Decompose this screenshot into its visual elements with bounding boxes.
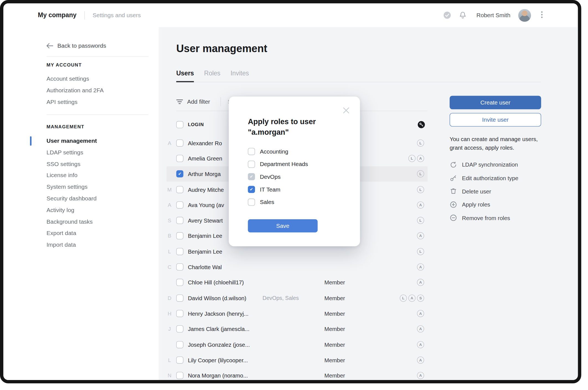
badge-l: L [417,217,424,224]
row-badges: A [417,232,424,239]
create-user-button[interactable]: Create user [450,96,541,109]
row-checkbox[interactable] [176,202,184,209]
table-row[interactable]: HHenry Jackson (henryj...MemberA [166,306,427,321]
table-row[interactable]: JJames Clark (jamescla...MemberA [166,321,427,337]
sidebar-item-import-data[interactable]: Import data [3,239,159,251]
user-role: Member [324,372,345,379]
modal-role-item[interactable]: Sales [248,196,308,208]
user-roles-list: DevOps, Sales [262,295,299,301]
action-label: LDAP synchronization [462,162,518,168]
table-row[interactable]: NNora Morgan (noramo...MemberA [166,368,427,383]
back-to-passwords-link[interactable]: Back to passwords [47,42,106,49]
row-checkbox[interactable] [176,294,184,302]
row-checkbox[interactable] [176,341,184,348]
sidebar-item-ldap-settings[interactable]: LDAP settings [3,147,159,158]
status-check-icon[interactable] [443,11,451,19]
table-row[interactable]: Joseph Gonzalez (jose...MemberA [166,337,427,352]
sidebar-item-license-info[interactable]: License info [3,170,159,182]
row-checkbox[interactable] [176,232,184,239]
notifications-bell-icon[interactable] [459,11,466,19]
sidebar-item-authorization-2fa[interactable]: Authorization and 2FA [3,85,159,96]
row-badges: L [417,170,424,178]
sidebar-item-export-data[interactable]: Export data [3,228,159,239]
role-checkbox[interactable]: ✔ [248,186,255,193]
sidebar-item-system-settings[interactable]: System settings [3,182,159,193]
sidebar-item-background-tasks[interactable]: Background tasks [3,216,159,228]
row-checkbox[interactable]: ✔ [176,170,184,178]
add-filter-button[interactable]: Add filter [176,98,210,105]
row-checkbox[interactable] [176,356,184,364]
modal-title-line2: "a.morgan" [248,127,316,137]
user-login: David Wilson (d.wilson) [188,295,246,301]
role-checkbox[interactable] [248,148,255,155]
role-checkbox: ✔ [248,173,255,180]
table-row[interactable]: DDavid Wilson (d.wilson)DevOps, SalesMem… [166,290,427,306]
modal-role-item[interactable]: Department Heads [248,158,308,171]
save-button[interactable]: Save [248,219,318,232]
row-badges: A [417,372,424,379]
edit-authorization-type-action[interactable]: Edit authorization type [450,171,541,185]
row-badges: A [417,202,424,209]
role-checkbox[interactable] [248,161,255,168]
delete-user-action[interactable]: Delete user [450,185,541,198]
sidebar-item-security-dashboard[interactable]: Security dashboard [3,193,159,205]
group-letter: A [166,140,172,146]
invite-user-button[interactable]: Invite user [450,113,541,127]
user-role: Member [324,357,345,363]
row-checkbox[interactable] [176,217,184,224]
badge-a: A [417,356,424,364]
sidebar-item-activity-log[interactable]: Activity log [3,205,159,216]
user-login: Henry Jackson (henryj... [188,310,249,317]
table-row[interactable]: CCharlotte WalA [166,259,427,275]
modal-role-item[interactable]: ✔DevOps [248,170,308,183]
row-checkbox[interactable] [176,186,184,193]
right-panel: Create user Invite user You can create a… [450,96,541,225]
modal-role-item[interactable]: Accounting [248,145,308,158]
row-checkbox[interactable] [176,372,184,379]
role-label: IT Team [260,186,280,193]
row-badges: L [417,139,424,147]
remove-from-roles-action[interactable]: Remove from roles [450,211,541,225]
plus-circle-icon [450,201,457,208]
sidebar-item-api-settings[interactable]: API settings [3,96,159,108]
table-row[interactable]: Chloe Hill (chloehill17)MemberA [166,275,427,290]
badge-a: A [417,279,424,286]
sidebar-item-sso-settings[interactable]: SSO settings [3,158,159,170]
group-letter: S [166,217,172,223]
close-icon[interactable] [342,106,350,114]
user-login: Benjamin Lee [188,233,222,239]
badge-l: L [417,170,424,178]
group-letter: B [166,233,172,239]
tab-users[interactable]: Users [176,66,194,82]
tab-invites[interactable]: Invites [231,66,249,82]
kebab-menu-icon[interactable] [539,10,545,20]
row-checkbox[interactable] [176,155,184,162]
apply-roles-action[interactable]: Apply roles [450,198,541,211]
row-checkbox[interactable] [176,279,184,286]
row-badges: A [417,341,424,348]
badge-a: A [417,155,424,162]
user-actions-list: LDAP synchronization Edit authorization … [450,158,541,225]
badge-a: A [417,341,424,348]
row-checkbox[interactable] [176,310,184,317]
user-login: Benjamin Lee [188,248,222,255]
row-checkbox[interactable] [176,248,184,255]
table-row[interactable]: LLily Cooper (lilycooper...MemberA [166,352,427,368]
avatar[interactable] [518,9,531,22]
tab-bar: Users Roles Invites [176,66,541,82]
user-login: Alexander Ro [188,140,222,146]
ldap-synchronization-action[interactable]: LDAP synchronization [450,158,541,171]
filter-icon [176,99,183,105]
modal-role-item[interactable]: ✔IT Team [248,183,308,196]
sidebar-item-account-settings[interactable]: Account settings [3,73,159,85]
role-checkbox[interactable] [248,198,255,206]
row-checkbox[interactable] [176,139,184,147]
tab-roles[interactable]: Roles [204,66,220,82]
row-checkbox[interactable] [176,263,184,271]
modal-title-line1: Apply roles to user [248,116,316,127]
select-all-checkbox[interactable] [176,121,184,128]
row-checkbox[interactable] [176,325,184,333]
badge-l: L [417,248,424,255]
badge-s: S [417,294,424,302]
sidebar-item-user-management[interactable]: User management [3,135,159,147]
